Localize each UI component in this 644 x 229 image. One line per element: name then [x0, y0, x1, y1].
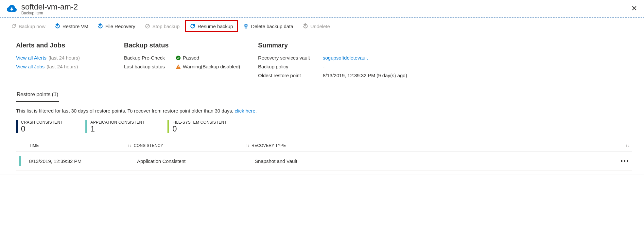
backup-now-icon: [11, 23, 17, 29]
svg-rect-3: [178, 66, 179, 67]
stop-backup-button: Stop backup: [141, 21, 183, 31]
delete-backup-data-button[interactable]: Delete backup data: [239, 21, 297, 31]
crash-consistent-counter: CRASH CONSISTENT 0: [16, 120, 62, 133]
file-system-consistent-counter: FILE-SYSTEM CONSISTENT 0: [167, 120, 227, 133]
policy-label: Backup policy: [258, 64, 323, 69]
vault-link[interactable]: sogupsoftdeletevault: [323, 55, 368, 61]
trash-icon: [243, 23, 249, 29]
restore-vm-button[interactable]: Restore VM: [51, 21, 92, 31]
col-time-header[interactable]: TIME: [16, 143, 121, 148]
precheck-value: Passed: [183, 55, 199, 61]
cell-recovery: Snapshot and Vault: [255, 158, 619, 164]
vault-label: Recovery services vault: [258, 55, 323, 61]
resume-icon: [190, 23, 196, 29]
backup-status-title: Backup status: [124, 42, 258, 49]
last-backup-value: Warning(Backup disabled): [183, 64, 240, 69]
close-icon[interactable]: ✕: [631, 4, 637, 13]
svg-line-1: [146, 25, 149, 27]
page-subtitle: Backup Item: [21, 11, 78, 15]
summary-section: Summary Recovery services vault sogupsof…: [258, 42, 632, 81]
oldest-value: 8/13/2019, 12:39:32 PM (9 day(s) ago): [323, 73, 407, 78]
tabs: Restore points (1): [16, 88, 632, 102]
command-bar: Backup now Restore VM File Recovery Stop…: [0, 18, 644, 35]
oldest-label: Oldest restore point: [258, 73, 323, 78]
file-recovery-button[interactable]: File Recovery: [94, 21, 139, 31]
filter-note: This list is filtered for last 30 days o…: [16, 102, 632, 120]
view-all-alerts-link[interactable]: View all Alerts: [16, 55, 46, 61]
last-backup-label: Last backup status: [124, 64, 176, 69]
col-consistency-header[interactable]: CONSISTENCY: [134, 143, 238, 148]
cell-time: 8/13/2019, 12:39:32 PM: [29, 158, 124, 164]
application-consistent-counter: APPLICATION CONSISTENT 1: [85, 120, 145, 133]
warning-triangle-icon: [176, 64, 181, 69]
check-circle-icon: [176, 55, 181, 61]
jobs-hint: (last 24 hours): [46, 64, 78, 69]
restore-icon: [55, 23, 61, 29]
view-all-jobs-link[interactable]: View all Jobs: [16, 64, 44, 69]
sort-icon[interactable]: ↑↓: [121, 143, 134, 148]
file-recovery-icon: [97, 23, 103, 29]
svg-rect-4: [178, 68, 179, 68]
row-more-icon[interactable]: •••: [619, 157, 632, 165]
page-title: softdel-vm-am-2: [21, 2, 78, 11]
alerts-section: Alerts and Jobs View all Alerts (last 24…: [16, 42, 124, 81]
alerts-hint: (last 24 hours): [48, 55, 80, 61]
backup-now-button: Backup now: [7, 21, 49, 31]
precheck-label: Backup Pre-Check: [124, 55, 176, 61]
sort-icon[interactable]: ↑↓: [619, 143, 632, 148]
resume-backup-button[interactable]: Resume backup: [185, 20, 238, 32]
backup-status-section: Backup status Backup Pre-Check Passed La…: [124, 42, 258, 81]
blade-header: softdel-vm-am-2 Backup Item ✕: [0, 0, 644, 18]
tab-restore-points[interactable]: Restore points (1): [16, 88, 59, 102]
cloud-backup-icon: [6, 4, 18, 14]
alerts-title: Alerts and Jobs: [16, 42, 124, 49]
stop-icon: [145, 23, 150, 29]
undelete-icon: [303, 23, 308, 29]
sort-icon[interactable]: ↑↓: [238, 143, 252, 148]
restore-points-table: TIME ↑↓ CONSISTENCY ↑↓ RECOVERY TYPE ↑↓ …: [16, 140, 632, 171]
summary-title: Summary: [258, 42, 632, 49]
col-recovery-header[interactable]: RECOVERY TYPE: [252, 143, 619, 148]
cell-consistency: Application Consistent: [137, 158, 242, 164]
table-row[interactable]: 8/13/2019, 12:39:32 PM Application Consi…: [16, 151, 632, 171]
row-indicator: [19, 156, 21, 166]
policy-value: -: [323, 64, 324, 69]
undelete-button: Undelete: [299, 21, 334, 31]
click-here-link[interactable]: click here.: [235, 108, 257, 114]
